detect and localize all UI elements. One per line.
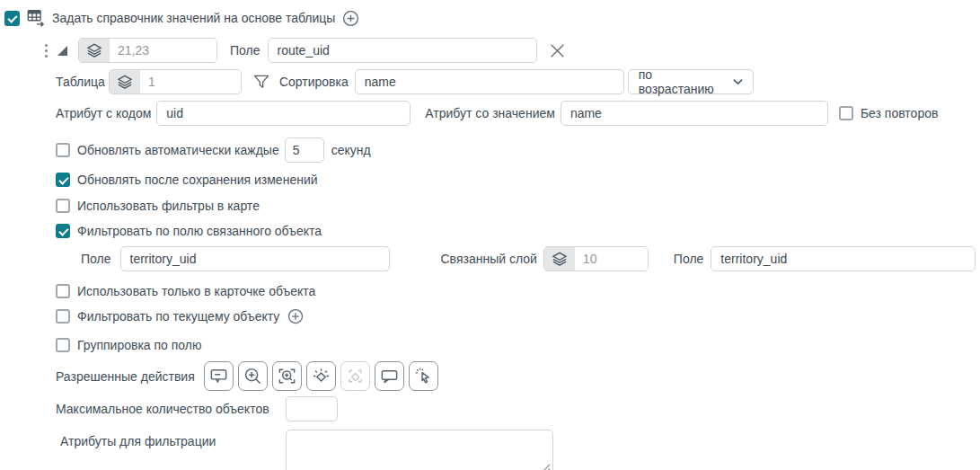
filter-by-current-label: Фильтровать по текущему объекту xyxy=(77,309,279,324)
group-by-field-checkbox[interactable] xyxy=(56,338,70,352)
auto-update-label: Обновлять автоматически каждые xyxy=(77,143,279,157)
linked-field-input[interactable] xyxy=(120,246,390,271)
section-title: Задать справочник значений на основе таб… xyxy=(52,11,335,25)
filter-attrs-row: Атрибуты для фильтрации xyxy=(60,430,980,470)
filter-attrs-textarea-wrap xyxy=(286,430,553,470)
dictionary-header-row: Задать справочник значений на основе таб… xyxy=(4,8,980,28)
table-label: Таблица xyxy=(56,75,105,89)
seconds-label: секунд xyxy=(331,143,371,157)
filter-attrs-textarea[interactable] xyxy=(286,430,553,470)
linked-field2-label: Поле xyxy=(674,252,704,266)
code-attr-label: Атрибут с кодом xyxy=(56,106,151,120)
code-attr-input[interactable] xyxy=(156,101,411,126)
value-attr-label: Атрибут со значением xyxy=(425,106,555,120)
sort-order-value: по возрастанию xyxy=(639,67,723,96)
chevron-down-icon xyxy=(733,78,743,85)
zoom-to-object-icon[interactable] xyxy=(272,361,302,391)
max-objects-label: Максимальное количество объектов xyxy=(56,402,286,416)
sort-label: Сортировка xyxy=(279,75,349,89)
group-by-field-label: Группировка по полю xyxy=(77,338,202,352)
card-only-row: Использовать только в карточке объекта xyxy=(56,284,980,298)
linked-field-label: Поле xyxy=(81,252,111,266)
table-layer-field xyxy=(109,69,242,94)
update-after-save-row: Обновлять после сохранения изменений xyxy=(56,173,980,187)
linked-layer-label: Связанный слой xyxy=(441,252,537,266)
identify-tooltip-icon[interactable] xyxy=(204,361,234,391)
filter-by-current-checkbox[interactable] xyxy=(56,309,70,324)
dictionary-enabled-checkbox[interactable] xyxy=(4,11,20,26)
filter-by-current-row: Фильтровать по текущему объекту xyxy=(56,307,980,325)
auto-update-checkbox[interactable] xyxy=(56,143,70,157)
entry-layer-field xyxy=(78,38,217,63)
card-only-label: Использовать только в карточке объекта xyxy=(77,284,315,298)
close-icon[interactable] xyxy=(548,41,567,60)
collapse-triangle-icon[interactable] xyxy=(57,46,67,56)
table-sort-row: Таблица Сортировка по возрастанию xyxy=(56,69,980,94)
auto-update-seconds-input[interactable] xyxy=(285,137,324,163)
no-repeats-label: Без повторов xyxy=(861,106,939,120)
linked-layer-field xyxy=(543,246,649,271)
value-attr-input[interactable] xyxy=(561,101,828,126)
add-dictionary-button[interactable] xyxy=(341,9,360,28)
blink-icon[interactable] xyxy=(306,361,336,391)
group-by-field-row: Группировка по полю xyxy=(56,338,980,352)
zoom-in-icon[interactable] xyxy=(238,361,268,391)
allowed-actions-label: Разрешенные действия xyxy=(56,369,195,384)
linked-field2-input[interactable] xyxy=(711,246,976,271)
sort-order-select[interactable]: по возрастанию xyxy=(628,69,754,94)
card-only-checkbox[interactable] xyxy=(56,284,70,298)
filter-by-linked-checkbox[interactable] xyxy=(56,224,70,238)
no-repeats-checkbox[interactable] xyxy=(839,106,853,120)
sort-input[interactable] xyxy=(355,69,624,94)
use-map-filters-label: Использовать фильтры в карте xyxy=(77,199,260,213)
entry-field-input[interactable] xyxy=(268,38,537,63)
max-objects-input[interactable] xyxy=(286,396,338,421)
callout-icon[interactable] xyxy=(375,361,404,391)
select-by-click-icon[interactable] xyxy=(409,361,438,391)
drag-handle-icon[interactable] xyxy=(43,42,49,59)
flash-extent-icon[interactable] xyxy=(340,361,370,391)
update-after-save-label: Обновлять после сохранения изменений xyxy=(77,173,318,187)
table-id-input[interactable] xyxy=(140,70,241,93)
attributes-row: Атрибут с кодом Атрибут со значением Без… xyxy=(56,101,980,126)
table-with-arrow-icon xyxy=(26,8,46,28)
filter-attrs-label: Атрибуты для фильтрации xyxy=(60,434,286,448)
use-map-filters-checkbox[interactable] xyxy=(56,199,70,213)
layers-icon xyxy=(544,247,575,270)
action-buttons xyxy=(204,361,438,391)
linked-field-row: Поле Связанный слой Поле xyxy=(81,246,980,271)
entry-row: Поле xyxy=(43,38,980,63)
layers-icon xyxy=(110,70,140,93)
add-current-object-filter-button[interactable] xyxy=(287,307,305,325)
allowed-actions-row: Разрешенные действия xyxy=(56,361,980,391)
filter-by-linked-label: Фильтровать по полю связанного объекта xyxy=(77,224,322,238)
entry-field-label: Поле xyxy=(230,43,260,58)
auto-update-row: Обновлять автоматически каждые секунд xyxy=(56,137,980,163)
update-after-save-checkbox[interactable] xyxy=(56,173,70,187)
linked-layer-input[interactable] xyxy=(575,247,648,270)
filter-by-linked-row: Фильтровать по полю связанного объекта xyxy=(56,224,980,238)
max-objects-row: Максимальное количество объектов xyxy=(56,396,980,421)
layers-icon xyxy=(79,39,110,62)
entry-layer-input[interactable] xyxy=(110,39,216,62)
use-map-filters-row: Использовать фильтры в карте xyxy=(56,199,980,213)
filter-funnel-icon[interactable] xyxy=(252,73,270,91)
